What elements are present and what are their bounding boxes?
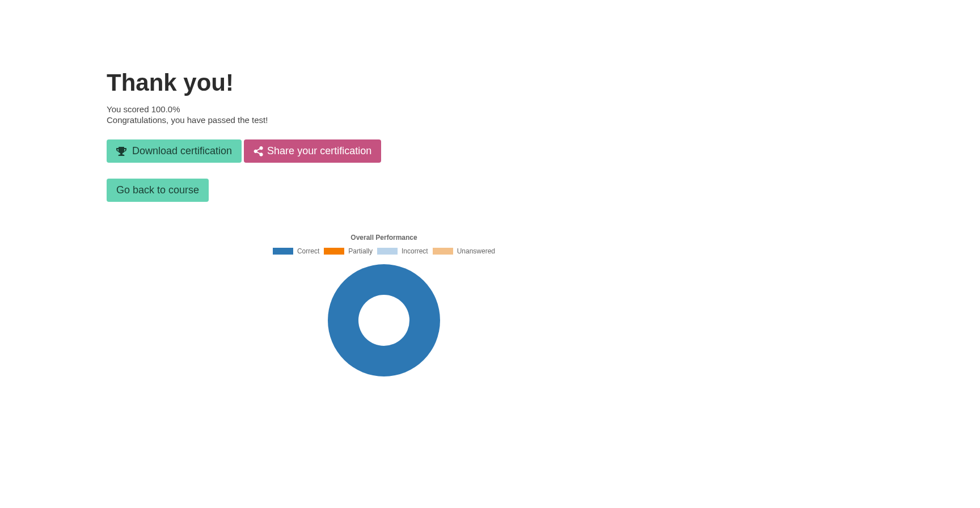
page-title: Thank you! [107,69,730,96]
legend-item-incorrect: Incorrect [377,247,428,255]
share-button-label: Share your certification [267,145,371,157]
legend-label: Partially [348,247,373,255]
chart-legend: Correct Partially Incorrect Unanswered [282,247,486,255]
action-row: Download certification Share your certif… [107,139,730,163]
go-back-button[interactable]: Go back to course [107,179,209,202]
share-certification-button[interactable]: Share your certification [244,139,381,163]
share-icon [254,145,264,157]
chart-container: Overall Performance Correct Partially In… [282,234,486,377]
congrats-text: Congratulations, you have passed the tes… [107,115,730,125]
chart-title: Overall Performance [282,234,486,242]
donut-chart [282,264,486,377]
legend-label: Unanswered [457,247,495,255]
download-button-label: Download certification [132,145,232,157]
trophy-icon [116,145,126,157]
legend-swatch [324,248,344,255]
legend-label: Correct [297,247,319,255]
legend-label: Incorrect [402,247,428,255]
legend-item-partially: Partially [324,247,373,255]
legend-item-unanswered: Unanswered [433,247,495,255]
legend-swatch [377,248,398,255]
legend-swatch [273,248,293,255]
legend-item-correct: Correct [273,247,319,255]
score-text: You scored 100.0% [107,104,730,114]
go-back-button-label: Go back to course [116,184,199,196]
legend-swatch [433,248,453,255]
download-certification-button[interactable]: Download certification [107,139,242,163]
svg-point-1 [358,295,409,346]
